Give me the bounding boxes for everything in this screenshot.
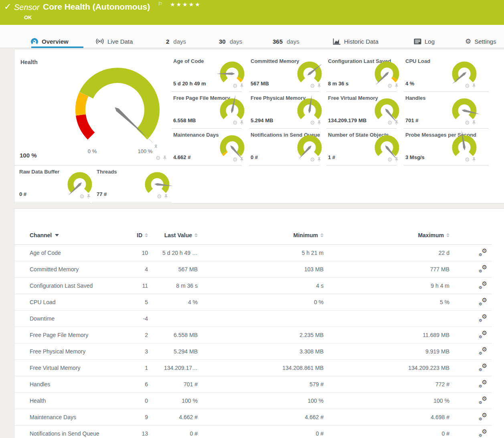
gauge-cell-committed-memory[interactable]: Committed Memory567 MB⚙	[249, 55, 319, 92]
tab-settings[interactable]: ⚙Settings	[465, 36, 496, 46]
channel-settings-icon[interactable]: ⚙⚙	[479, 282, 487, 289]
tab-overview[interactable]: Overview	[30, 36, 69, 46]
tab-2-days[interactable]: 2days	[166, 36, 186, 46]
cell-id: 3	[130, 348, 148, 355]
gauge-cell-free-page-file-memory[interactable]: Free Page File Memory6.558 MB⚙	[172, 92, 242, 129]
gauge-cell-free-virtual-memory[interactable]: Free Virtual Memory134.209.179 MB⚙	[326, 92, 397, 129]
pin-icon[interactable]	[317, 83, 321, 89]
priority-stars[interactable]: ★★★★★	[170, 1, 201, 8]
tab-number: 2	[166, 38, 169, 45]
pin-icon[interactable]	[317, 120, 321, 125]
sort-icons[interactable]	[145, 233, 148, 237]
channel-settings-icon[interactable]: ⚙⚙	[479, 413, 487, 420]
column-header-minimum[interactable]: Minimum	[198, 232, 324, 238]
cell-channel[interactable]: Maintenance Days	[14, 414, 130, 420]
cell-id: 13	[130, 430, 148, 437]
channel-settings-icon[interactable]: ⚙⚙	[479, 298, 487, 305]
column-header-id[interactable]: ID	[130, 232, 148, 238]
gauge-cell-number-of-state-objects[interactable]: Number of State Objects1 #⚙	[326, 129, 397, 166]
gear-icon[interactable]: ⚙	[310, 120, 315, 125]
cell-channel[interactable]: Downtime	[14, 315, 130, 322]
gear-icon[interactable]: ⚙	[233, 83, 238, 89]
gauge-value: 5 d 20 h 49 m	[173, 81, 206, 87]
sort-desc-icon[interactable]	[55, 234, 59, 236]
gauge-cell-maintenance-days[interactable]: Maintenance Days4.662 #⚙	[172, 129, 242, 166]
tab-historic-data[interactable]: Historic Data	[333, 36, 379, 46]
sort-icons[interactable]	[446, 233, 449, 237]
cell-channel[interactable]: CPU Load	[14, 299, 130, 305]
cell-channel[interactable]: Free Virtual Memory	[14, 365, 130, 371]
cell-channel[interactable]: Free Physical Memory	[14, 348, 130, 355]
column-header-maximum[interactable]: Maximum	[324, 232, 449, 238]
pin-icon[interactable]	[87, 194, 91, 199]
gauge-value: 3 Msg/s	[405, 154, 425, 160]
pin-icon[interactable]	[240, 157, 244, 162]
pin-icon[interactable]	[240, 120, 244, 125]
column-header-channel[interactable]: Channel	[14, 232, 130, 238]
pin-icon[interactable]	[395, 120, 399, 125]
cell-channel[interactable]: Handles	[14, 381, 130, 388]
gear-icon[interactable]: ⚙	[465, 83, 470, 89]
gauge-cell-handles[interactable]: Handles701 #⚙	[404, 92, 489, 129]
channel-settings-icon[interactable]: ⚙⚙	[479, 347, 487, 355]
gauge-cell-health[interactable]: Health x̄ 0 % 100 % 100 % ⚙	[14, 49, 172, 166]
pin-icon[interactable]	[164, 194, 168, 199]
pin-icon[interactable]	[472, 83, 476, 89]
gauge-cell-free-physical-memory[interactable]: Free Physical Memory5.294 MB⚙	[249, 92, 319, 129]
gear-icon[interactable]: ⚙	[310, 83, 315, 89]
pin-icon[interactable]	[395, 157, 399, 162]
cell-channel[interactable]: Notifications in Send Queue	[14, 430, 130, 437]
column-header-last-value[interactable]: Last Value	[148, 232, 198, 238]
cell-channel[interactable]: Free Page File Memory	[14, 332, 130, 338]
sort-icons[interactable]	[194, 233, 198, 237]
pin-icon[interactable]	[395, 83, 399, 89]
gauge-cell-age-of-code[interactable]: Age of Code5 d 20 h 49 m⚙	[172, 55, 242, 92]
channel-settings-icon[interactable]: ⚙⚙	[479, 331, 487, 338]
gauge-cell-notifications-in-send-queue[interactable]: Notifications in Send Queue0 #⚙	[249, 129, 319, 166]
cell-channel[interactable]: Health	[14, 398, 130, 404]
gauge-cell-cpu-load[interactable]: CPU Load4 %⚙	[404, 55, 489, 92]
pin-icon[interactable]	[163, 155, 167, 161]
gear-icon[interactable]: ⚙	[387, 83, 393, 89]
pin-icon[interactable]	[472, 157, 476, 162]
channel-settings-icon[interactable]: ⚙⚙	[479, 315, 487, 322]
gauge-cell-probe-messages-per-second[interactable]: Probe Messages per Second3 Msg/s⚙	[404, 129, 489, 166]
flag-icon[interactable]: ⚐	[158, 1, 163, 7]
pin-icon[interactable]	[472, 120, 476, 125]
table-row-notifications-in-send-queue: Notifications in Send Queue130 #0 #0 #⚙⚙	[14, 426, 492, 438]
gauge-cell-configuration-last-saved[interactable]: Configuration Last Saved8 m 36 s⚙	[326, 55, 397, 92]
tab-30-days[interactable]: 30days	[219, 36, 242, 46]
table-row-free-virtual-memory: Free Virtual Memory1134.209.17…134.208.8…	[14, 360, 492, 376]
tab-live-data[interactable]: Live Data	[95, 36, 133, 46]
gear-icon[interactable]: ⚙	[387, 157, 393, 162]
gauge-cell-threads[interactable]: Threads77 #⚙	[92, 166, 172, 202]
gear-icon[interactable]: ⚙	[233, 120, 238, 125]
gear-icon[interactable]: ⚙	[387, 120, 393, 125]
tab-number: 365	[273, 38, 283, 45]
cell-channel[interactable]: Committed Memory	[14, 266, 130, 272]
channel-settings-icon[interactable]: ⚙⚙	[479, 397, 487, 404]
gear-icon[interactable]: ⚙	[465, 120, 470, 125]
sort-icons[interactable]	[320, 233, 324, 237]
channel-settings-icon[interactable]: ⚙⚙	[479, 380, 487, 388]
gear-icon[interactable]: ⚙	[157, 194, 162, 199]
channel-settings-icon[interactable]: ⚙⚙	[479, 265, 487, 272]
channel-settings-icon[interactable]: ⚙⚙	[479, 249, 487, 256]
pin-icon[interactable]	[317, 157, 321, 162]
cell-minimum: 3.308 MB	[198, 348, 324, 355]
gauge-value: 5.294 MB	[251, 117, 273, 123]
channel-settings-icon[interactable]: ⚙⚙	[479, 430, 487, 437]
pin-icon[interactable]	[240, 83, 244, 89]
cell-minimum: 5 h 21 m	[198, 250, 324, 256]
gauge-cell-raw-data-buffer[interactable]: Raw Data Buffer0 #⚙	[14, 166, 91, 202]
cell-channel[interactable]: Age of Code	[14, 250, 130, 256]
tab-log[interactable]: Log	[414, 36, 435, 46]
gear-icon[interactable]: ⚙	[79, 194, 85, 199]
gear-icon[interactable]: ⚙	[465, 157, 470, 162]
gear-icon[interactable]: ⚙	[310, 157, 315, 162]
channel-settings-icon[interactable]: ⚙⚙	[479, 364, 487, 371]
cell-channel[interactable]: Configuration Last Saved	[14, 283, 130, 289]
tab-365-days[interactable]: 365days	[273, 36, 300, 46]
gear-icon[interactable]: ⚙	[156, 155, 161, 161]
gear-icon[interactable]: ⚙	[233, 157, 238, 162]
